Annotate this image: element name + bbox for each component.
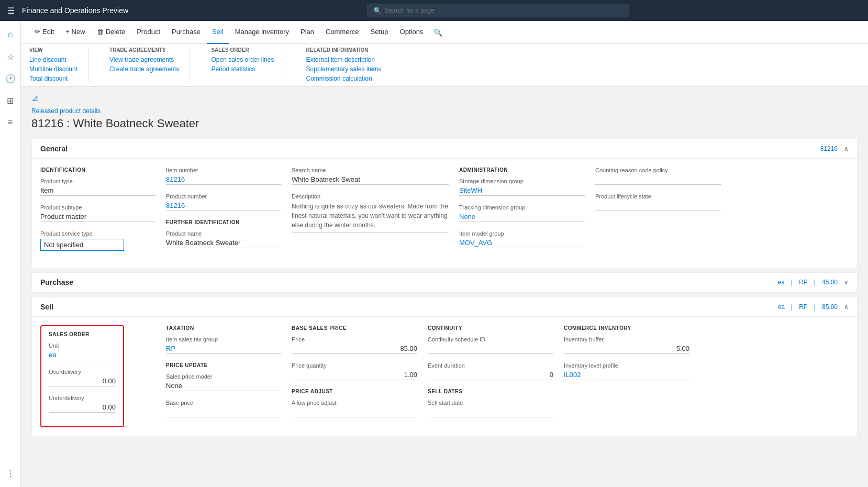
unit-value[interactable]: ea: [49, 351, 116, 360]
delete-button[interactable]: 🗑 Delete: [92, 21, 131, 44]
ribbon-link-external-item[interactable]: External item description: [306, 56, 382, 63]
base-price-value: [166, 408, 281, 417]
commerce-inventory-label: COMMERCE INVENTORY: [564, 325, 689, 331]
underdelivery-label: Underdelivery: [49, 395, 116, 401]
general-section-id: 81216: [820, 145, 838, 152]
lifecycle-state-label: Product lifecycle state: [595, 193, 721, 200]
ribbon-link-total-discount[interactable]: Total discount: [29, 75, 77, 82]
setup-button[interactable]: Setup: [365, 21, 394, 44]
description-value: Nothing is quite as cozy as our sweaters…: [292, 202, 449, 233]
sell-button[interactable]: Sell: [207, 21, 229, 44]
options-button[interactable]: Options: [395, 21, 429, 44]
sidebar-modules-icon[interactable]: ≡: [1, 113, 20, 132]
new-button[interactable]: + New: [60, 21, 90, 44]
sidebar-expand-icon[interactable]: ⋮: [1, 464, 20, 483]
price-label: Price: [292, 336, 417, 342]
lifecycle-state-value: [595, 202, 721, 211]
overdelivery-group: Overdelivery 0.00: [49, 369, 116, 386]
hamburger-menu-icon[interactable]: ☰: [5, 4, 17, 18]
product-subtype-group: Product subtype Product master: [40, 204, 155, 222]
ribbon-link-period-stats[interactable]: Period statistics: [211, 65, 274, 73]
tracking-dim-group: Tracking dimension group None: [459, 204, 585, 222]
purchase-section: Purchase ea | RP | 45.00 ∨: [31, 272, 858, 293]
product-subtype-value: Product master: [40, 213, 155, 222]
inventory-buffer-label: Inventory buffer: [564, 336, 689, 342]
item-model-group: Item model group MOV_AVG: [459, 230, 585, 248]
toolbar-search-button[interactable]: 🔍: [429, 25, 447, 40]
product-name-value: White Boatneck Sweater: [166, 239, 281, 248]
ribbon-link-supplementary[interactable]: Supplementary sales items: [306, 65, 382, 73]
storage-dim-value[interactable]: SiteWH: [459, 186, 585, 196]
storage-dim-label: Storage dimension group: [459, 178, 585, 184]
ribbon-group-related: Related information External item descri…: [306, 47, 392, 82]
sales-order-label: SALES ORDER: [49, 331, 116, 337]
ribbon-link-line-discount[interactable]: Line discount: [29, 56, 77, 63]
sell-dates-label: SELL DATES: [428, 389, 553, 394]
inventory-level-profile-label: Inventory level profile: [564, 362, 689, 369]
general-section-header[interactable]: General 81216 ∧: [32, 139, 857, 159]
product-subtype-label: Product subtype: [40, 204, 155, 211]
product-service-type-group: Product service type: [40, 230, 155, 251]
taxation-label: TAXATION: [166, 325, 281, 331]
product-name-group: Product name White Boatneck Sweater: [166, 230, 281, 248]
sidebar: ⌂ ☆ 🕐 ⊞ ≡ ⋮: [0, 21, 21, 487]
purchase-rp: RP: [799, 279, 808, 286]
search-name-value: White Boatneck Sweat: [292, 175, 449, 185]
global-search[interactable]: 🔍: [368, 4, 629, 17]
sidebar-home-icon[interactable]: ⌂: [1, 25, 20, 44]
ribbon-link-commission[interactable]: Commission calculation: [306, 75, 382, 82]
search-input[interactable]: [385, 7, 624, 14]
ribbon-group-related-title: Related information: [306, 47, 382, 53]
manage-inventory-button[interactable]: Manage inventory: [230, 21, 294, 44]
sell-section-header[interactable]: Sell ea | RP | 85.00 ∧: [32, 297, 857, 317]
sales-price-model-value: None: [166, 382, 281, 391]
allow-price-adjust-group: Allow price adjust: [292, 400, 417, 417]
tracking-dim-value[interactable]: None: [459, 213, 585, 222]
sell-section-title: Sell: [40, 303, 53, 311]
unit-group: Unit ea: [49, 342, 116, 360]
product-number-label: Product number: [166, 193, 281, 200]
ribbon-link-open-sales[interactable]: Open sales order lines: [211, 56, 274, 63]
event-duration-label: Event duration: [428, 362, 553, 369]
breadcrumb[interactable]: Released product details: [31, 107, 858, 115]
base-sales-price-label: BASE SALES PRICE: [292, 325, 417, 331]
ribbon-link-view-trade[interactable]: View trade agreements: [109, 56, 179, 63]
price-adjust-label: PRICE ADJUST: [292, 389, 417, 394]
purchase-chevron-icon: ∨: [844, 279, 849, 286]
base-price-label: Base price: [166, 400, 281, 406]
page-title: 81216 : White Boatneck Sweater: [31, 117, 858, 130]
underdelivery-value: 0.00: [49, 403, 116, 413]
ribbon-link-multiline-discount[interactable]: Multiline discount: [29, 65, 77, 73]
commerce-button[interactable]: Commerce: [320, 21, 364, 44]
product-number-value[interactable]: 81216: [166, 202, 281, 211]
item-sales-tax-value[interactable]: RP: [166, 345, 281, 354]
price-quantity-label: Price quantity: [292, 362, 417, 369]
identification-label: IDENTIFICATION: [40, 167, 155, 173]
sidebar-workspaces-icon[interactable]: ⊞: [1, 91, 20, 110]
item-sales-tax-label: Item sales tax group: [166, 336, 281, 342]
ribbon-group-trade-title: Trade agreements: [109, 47, 179, 53]
sales-order-box: SALES ORDER Unit ea Overdelivery 0.00: [40, 325, 124, 427]
sell-start-date-label: Sell start date: [428, 400, 553, 406]
purchase-section-header[interactable]: Purchase ea | RP | 45.00 ∨: [32, 273, 857, 292]
counting-policy-value: [595, 175, 721, 185]
sidebar-recent-icon[interactable]: 🕐: [1, 69, 20, 88]
item-number-value[interactable]: 81216: [166, 175, 281, 185]
ribbon-group-sales-title: Sales order: [211, 47, 274, 53]
item-model-value[interactable]: MOV_AVG: [459, 239, 585, 248]
filter-icon[interactable]: ⊿: [31, 93, 38, 103]
tracking-dim-label: Tracking dimension group: [459, 204, 585, 211]
product-type-group: Product type Item: [40, 178, 155, 196]
sidebar-favorites-icon[interactable]: ☆: [1, 47, 20, 66]
event-duration-value: 0: [428, 371, 553, 380]
counting-policy-label: Counting reason code policy: [595, 167, 721, 173]
product-service-type-input[interactable]: [40, 239, 124, 251]
plan-button[interactable]: Plan: [295, 21, 319, 44]
purchase-button[interactable]: Purchase: [166, 21, 206, 44]
edit-button[interactable]: ✏ Edit: [29, 21, 59, 44]
inventory-level-profile-value[interactable]: IL002: [564, 371, 689, 380]
purchase-unit: ea: [778, 279, 785, 286]
ribbon-link-create-trade[interactable]: Create trade agreements: [109, 65, 179, 73]
product-button[interactable]: Product: [131, 21, 165, 44]
base-price-group: Base price: [166, 400, 281, 417]
